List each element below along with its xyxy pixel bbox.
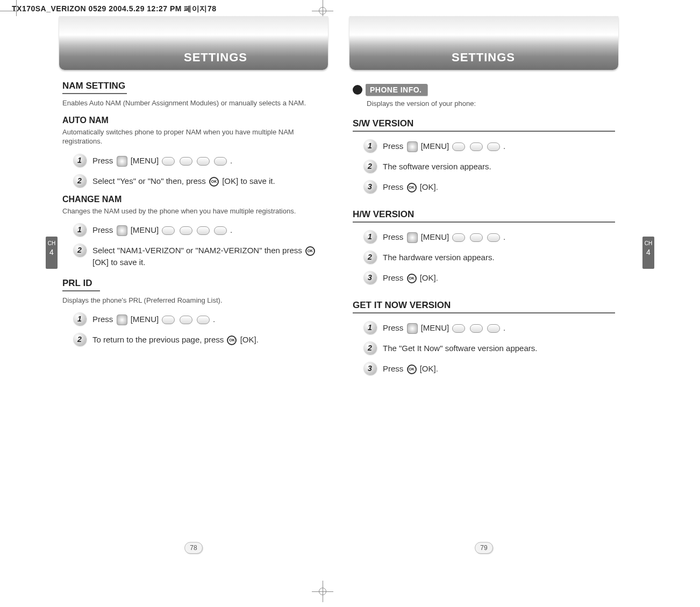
softkey-icon xyxy=(487,324,500,333)
list-item: 2 Select "Yes" or "No" then, press OK [O… xyxy=(73,174,325,187)
step-text: Press [MENU] . xyxy=(383,230,505,243)
bullet-icon xyxy=(353,85,362,95)
manual-page-left: SETTINGS NAM SETTING Enables Auto NAM (N… xyxy=(59,16,328,554)
section-prl-id-title: PRL ID xyxy=(62,278,100,291)
step-word: Select "Yes" or "No" then, press xyxy=(92,176,206,185)
step-word: Press xyxy=(383,273,403,282)
list-item: 2 The "Get It Now" software version appe… xyxy=(363,341,615,354)
section-change-nam-desc: Changes the NAM used by the phone when y… xyxy=(62,206,325,216)
step-text: Press [MENU] . xyxy=(383,139,505,152)
step-number-badge: 1 xyxy=(73,223,86,236)
step-word: [MENU] xyxy=(421,141,449,151)
chapter-tab-left: CH 4 xyxy=(46,237,58,269)
page-banner: SETTINGS xyxy=(349,16,618,70)
manual-page-right: SETTINGS PHONE INFO. Displays the versio… xyxy=(349,16,618,554)
banner-title: SETTINGS xyxy=(349,51,618,65)
softkey-icon xyxy=(197,157,210,166)
step-word: . xyxy=(230,156,232,165)
step-number-badge: 1 xyxy=(363,321,376,334)
step-word: [MENU] xyxy=(421,323,449,332)
step-number-badge: 3 xyxy=(363,362,376,375)
phone-info-desc: Displays the version of your phone: xyxy=(367,99,615,109)
nav-key-icon xyxy=(117,315,127,325)
section-hw-version-title: H/W VERSION xyxy=(353,209,615,223)
list-item: 1 Press [MENU] . xyxy=(363,230,615,243)
list-item: 2 The software version appears. xyxy=(363,160,615,173)
step-word: Press xyxy=(383,141,403,151)
step-number-badge: 1 xyxy=(73,312,86,325)
step-word: Press xyxy=(383,323,403,332)
softkey-icon xyxy=(162,226,175,235)
chapter-number: 4 xyxy=(642,249,654,256)
section-change-nam-title: CHANGE NAM xyxy=(62,195,325,204)
section-nam-setting-desc: Enables Auto NAM (Number Assignment Modu… xyxy=(62,98,325,108)
step-text: The hardware version appears. xyxy=(383,251,495,263)
registration-mark-icon xyxy=(312,581,333,602)
step-word: [OK]. xyxy=(420,182,438,191)
list-item: 1 Press [MENU] . xyxy=(73,223,325,236)
softkey-icon xyxy=(197,226,210,235)
chapter-number: 4 xyxy=(46,249,58,256)
list-item: 1 Press [MENU] . xyxy=(73,154,325,167)
banner-title: SETTINGS xyxy=(59,51,328,65)
page-banner: SETTINGS xyxy=(59,16,328,70)
softkey-icon xyxy=(214,157,227,166)
step-word: Press xyxy=(92,225,113,234)
softkey-icon xyxy=(180,157,192,166)
step-text: Select "NAM1-VERIZON" or "NAM2-VERIZON" … xyxy=(92,244,325,268)
step-word: To return to the previous page, press xyxy=(92,335,224,344)
softkey-icon xyxy=(162,316,175,324)
list-item: 3 Press OK [OK]. xyxy=(363,362,615,375)
nav-key-icon xyxy=(407,323,418,334)
page-number: 79 xyxy=(475,542,493,554)
step-word: . xyxy=(230,225,232,234)
nav-key-icon xyxy=(407,141,418,152)
phone-info-tag: PHONE INFO. xyxy=(353,84,427,96)
step-text: Press [MENU] . xyxy=(92,312,215,325)
section-get-it-now-title: GET IT NOW VERSION xyxy=(353,300,615,313)
list-item: 1 Press [MENU] . xyxy=(363,321,615,334)
phone-info-label: PHONE INFO. xyxy=(366,84,427,96)
step-number-badge: 1 xyxy=(363,230,376,243)
step-word: [MENU] xyxy=(131,225,159,234)
section-auto-nam-title: AUTO NAM xyxy=(62,116,325,125)
step-word: Press xyxy=(92,156,113,165)
ok-key-icon: OK xyxy=(407,183,417,192)
step-text: Select "Yes" or "No" then, press OK [OK]… xyxy=(92,174,275,187)
softkey-icon xyxy=(470,142,483,151)
list-item: 3 Press OK [OK]. xyxy=(363,180,615,193)
section-auto-nam-desc: Automatically switches phone to proper N… xyxy=(62,127,325,146)
step-word: [OK]. xyxy=(420,364,438,373)
step-word: [OK] to save it. xyxy=(222,176,275,185)
step-word: . xyxy=(503,232,505,241)
step-word: [MENU] xyxy=(131,315,159,324)
step-word: Press xyxy=(383,182,403,191)
ok-key-icon: OK xyxy=(305,246,315,256)
softkey-icon xyxy=(487,142,500,151)
step-word: Press xyxy=(92,315,113,324)
step-text: Press OK [OK]. xyxy=(383,271,438,284)
list-item: 2 Select "NAM1-VERIZON" or "NAM2-VERIZON… xyxy=(73,244,325,268)
softkey-icon xyxy=(197,316,210,324)
step-word: [MENU] xyxy=(131,156,159,165)
step-word: [OK] to save it. xyxy=(92,258,145,267)
softkey-icon xyxy=(180,226,192,235)
step-number-badge: 3 xyxy=(363,180,376,193)
list-item: 1 Press [MENU] . xyxy=(73,312,325,325)
nav-key-icon xyxy=(407,232,418,243)
list-item: 1 Press [MENU] . xyxy=(363,139,615,152)
step-word: [OK]. xyxy=(240,335,259,344)
step-text: Press [MENU] . xyxy=(383,321,505,334)
softkey-icon xyxy=(487,233,500,242)
page-number: 78 xyxy=(184,542,203,554)
list-item: 2 The hardware version appears. xyxy=(363,251,615,263)
step-number-badge: 2 xyxy=(73,174,86,187)
ok-key-icon: OK xyxy=(227,335,237,345)
step-text: Press [MENU] . xyxy=(92,154,232,167)
softkey-icon xyxy=(162,157,175,166)
softkey-icon xyxy=(180,316,192,324)
step-word: Press xyxy=(383,232,403,241)
step-number-badge: 1 xyxy=(363,139,376,152)
chapter-label: CH xyxy=(642,240,654,247)
nav-key-icon xyxy=(117,156,127,167)
